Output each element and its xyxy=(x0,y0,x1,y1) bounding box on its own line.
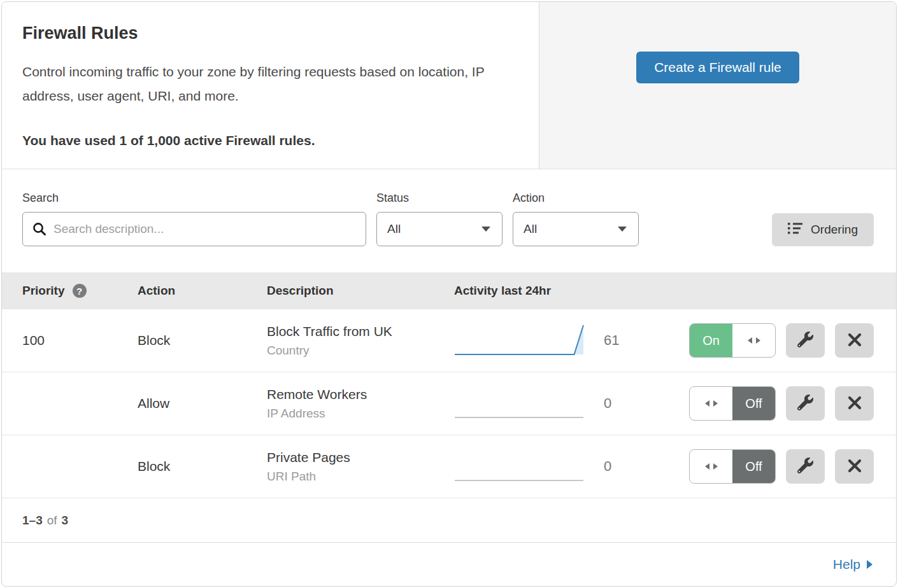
table-row: Allow Remote Workers IP Address 0 Off xyxy=(2,372,896,435)
delete-rule-button[interactable] xyxy=(835,386,874,421)
status-label: Status xyxy=(376,192,502,205)
delete-rule-button[interactable] xyxy=(835,323,874,358)
rule-field-type: Country xyxy=(267,344,454,358)
priority-header-label: Priority xyxy=(22,284,65,298)
rule-enabled-toggle[interactable]: Off xyxy=(689,386,776,421)
wrench-icon xyxy=(797,395,813,412)
create-firewall-rule-button[interactable]: Create a Firewall rule xyxy=(636,52,799,83)
search-group: Search xyxy=(22,192,366,246)
column-header-description: Description xyxy=(267,284,454,298)
toggle-state-label: On xyxy=(690,324,732,357)
activity-count: 61 xyxy=(604,332,633,349)
rule-enabled-toggle[interactable]: Off xyxy=(689,449,776,484)
search-label: Search xyxy=(22,192,366,205)
toggle-drag-handle-icon[interactable] xyxy=(690,450,732,483)
toggle-drag-handle-icon[interactable] xyxy=(690,387,732,420)
x-icon xyxy=(848,459,862,475)
list-ordering-icon xyxy=(788,222,802,237)
rule-description: Remote Workers xyxy=(267,387,454,402)
table-row: Block Private Pages URI Path 0 Off xyxy=(2,435,896,498)
rule-enabled-toggle[interactable]: On xyxy=(689,323,776,358)
pagination-range: 1–3 xyxy=(22,514,43,528)
description-cell: Remote Workers IP Address xyxy=(267,387,454,421)
action-group: Action All xyxy=(513,192,639,246)
search-input[interactable] xyxy=(22,212,366,246)
edit-rule-button[interactable] xyxy=(786,449,825,484)
edit-rule-button[interactable] xyxy=(786,386,825,421)
priority-value: 100 xyxy=(22,333,138,348)
wrench-icon xyxy=(797,458,813,475)
chevron-down-icon xyxy=(481,227,490,232)
activity-cell: 0 Off xyxy=(454,386,874,421)
status-group: Status All xyxy=(376,192,502,246)
ordering-button-label: Ordering xyxy=(811,223,858,237)
pagination-of: of xyxy=(47,514,57,528)
rule-field-type: IP Address xyxy=(267,407,454,421)
activity-cell: 61 On xyxy=(454,323,874,358)
action-value: Allow xyxy=(138,396,267,411)
action-value: Block xyxy=(138,459,267,474)
column-header-priority: Priority ? xyxy=(22,284,138,298)
help-link-label: Help xyxy=(833,557,860,572)
activity-cell: 0 Off xyxy=(454,449,874,484)
toggle-drag-handle-icon[interactable] xyxy=(732,324,775,357)
rule-description: Block Traffic from UK xyxy=(267,324,454,339)
help-link[interactable]: Help xyxy=(833,557,873,572)
wrench-icon xyxy=(797,332,813,349)
delete-rule-button[interactable] xyxy=(835,449,874,484)
activity-count: 0 xyxy=(604,395,633,412)
usage-note: You have used 1 of 1,000 active Firewall… xyxy=(22,133,518,148)
rule-field-type: URI Path xyxy=(267,470,454,484)
status-select-value: All xyxy=(387,222,401,236)
firewall-rules-card: Firewall Rules Control incoming traffic … xyxy=(1,1,897,587)
action-select-value: All xyxy=(524,222,537,236)
activity-count: 0 xyxy=(604,458,633,475)
toggle-state-label: Off xyxy=(732,387,775,420)
edit-rule-button[interactable] xyxy=(786,323,825,358)
chevron-down-icon xyxy=(618,227,627,232)
activity-sparkline xyxy=(454,386,585,421)
x-icon xyxy=(848,333,862,349)
toggle-state-label: Off xyxy=(732,450,775,483)
description-cell: Private Pages URI Path xyxy=(267,450,454,484)
activity-sparkline xyxy=(454,449,585,484)
action-label: Action xyxy=(513,192,639,205)
status-select[interactable]: All xyxy=(376,212,502,246)
page-description: Control incoming traffic to your zone by… xyxy=(22,60,518,108)
header-text-panel: Firewall Rules Control incoming traffic … xyxy=(2,2,539,169)
action-value: Block xyxy=(138,333,267,348)
column-header-action: Action xyxy=(138,284,267,298)
header-section: Firewall Rules Control incoming traffic … xyxy=(2,2,896,169)
table-header: Priority ? Action Description Activity l… xyxy=(2,272,896,309)
pagination-bar: 1–3 of 3 xyxy=(2,498,896,543)
activity-sparkline xyxy=(454,323,585,358)
footer-bar: Help xyxy=(2,543,896,586)
x-icon xyxy=(848,396,862,412)
action-select[interactable]: All xyxy=(513,212,639,246)
search-icon xyxy=(32,221,47,239)
header-action-panel: Create a Firewall rule xyxy=(539,2,896,169)
filter-bar: Search Status All Action xyxy=(2,169,896,272)
arrow-right-icon xyxy=(867,560,873,569)
help-tooltip-icon[interactable]: ? xyxy=(73,284,87,298)
table-row: 100 Block Block Traffic from UK Country … xyxy=(2,309,896,372)
ordering-button[interactable]: Ordering xyxy=(772,213,874,246)
page-title: Firewall Rules xyxy=(22,24,518,43)
pagination-total: 3 xyxy=(62,514,69,528)
search-input-wrap xyxy=(22,212,366,246)
rule-description: Private Pages xyxy=(267,450,454,465)
column-header-activity: Activity last 24hr xyxy=(454,284,874,298)
description-cell: Block Traffic from UK Country xyxy=(267,324,454,358)
